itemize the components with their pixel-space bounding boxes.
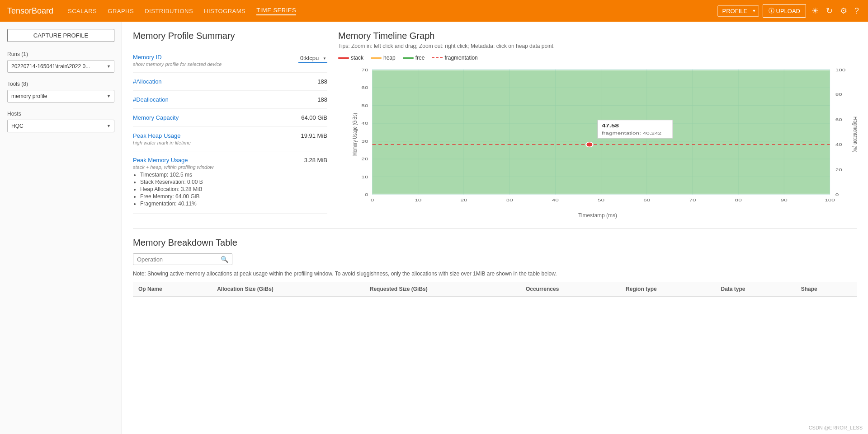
summary-card: Memory Profile Summary Memory ID show me… [133,31,327,214]
legend-heap: heap [371,55,396,61]
nav-graphs[interactable]: GRAPHS [108,8,134,14]
svg-text:50: 50 [361,103,368,108]
col-op-name[interactable]: Op Name [133,282,212,296]
timeline-title: Memory Timeline Graph [338,31,857,41]
col-region-type[interactable]: Region type [620,282,715,296]
hosts-label: Hosts [7,111,114,117]
peak-memory-row: Peak Memory Usage stack + heap, within p… [133,151,327,214]
hosts-select-wrap: HQC [7,120,114,132]
legend-free-line [403,57,414,59]
deallocation-label-wrap: #Deallocation [133,96,284,103]
col-req-size[interactable]: Requested Size (GiBs) [364,282,520,296]
memory-id-value-wrap: 0:klcpu [291,54,327,63]
svg-point-49 [586,142,593,147]
legend-heap-label: heap [383,55,396,61]
peak-details: Timestamp: 102.5 ms Stack Reservation: 0… [133,172,284,207]
legend-stack-line [338,57,349,59]
capture-profile-button[interactable]: CAPTURE PROFILE [7,29,114,42]
svg-text:20: 20 [835,167,843,172]
svg-text:100: 100 [835,67,846,72]
breakdown-title: Memory Breakdown Table [133,238,857,248]
peak-detail-1: Stack Reservation: 0.00 B [140,179,284,185]
navbar-right: PROFILE ⓘ UPLOAD ☀ ↻ ⚙ ? [717,4,861,18]
svg-text:fragmentation: 40.242: fragmentation: 40.242 [602,131,661,135]
sidebar: CAPTURE PROFILE Runs (1) 20220714-165041… [0,22,122,434]
peak-details-list: Timestamp: 102.5 ms Stack Reservation: 0… [133,172,284,207]
legend-fragmentation: fragmentation [432,55,477,61]
profile-dropdown-wrap: PROFILE [717,5,759,17]
summary-title: Memory Profile Summary [133,31,327,41]
search-input[interactable] [137,256,221,263]
deallocation-label: #Deallocation [133,96,284,103]
table-header-row: Op Name Allocation Size (GiBs) Requested… [133,282,857,296]
nav-histograms[interactable]: HISTOGRAMS [204,8,245,14]
tools-label: Tools (8) [7,81,114,87]
peak-heap-row: Peak Heap Usage high water mark in lifet… [133,127,327,151]
table-head: Op Name Allocation Size (GiBs) Requested… [133,282,857,296]
allocation-label-wrap: #Allocation [133,78,284,85]
peak-detail-4: Fragmentation: 40.11% [140,201,284,207]
svg-text:20: 20 [361,156,368,161]
peak-memory-value: 3.28 MiB [291,157,327,163]
tools-select-wrap: memory profile [7,90,114,103]
svg-text:30: 30 [506,197,514,202]
layout: CAPTURE PROFILE Runs (1) 20220714-165041… [0,22,868,434]
nav-distributions[interactable]: DISTRIBUTIONS [145,8,193,14]
svg-text:47.58: 47.58 [602,123,619,128]
peak-memory-label-wrap: Peak Memory Usage stack + heap, within p… [133,157,284,208]
svg-text:0: 0 [835,192,839,197]
runs-label: Runs (1) [7,51,114,57]
svg-text:40: 40 [361,121,368,126]
deallocation-row: #Deallocation 188 [133,91,327,109]
chart-wrapper[interactable]: 0 10 20 30 40 50 60 70 Memory Usage (GiB… [338,65,857,209]
search-icon: 🔍 [221,256,228,263]
svg-text:70: 70 [689,197,696,202]
upload-button[interactable]: ⓘ UPLOAD [763,4,806,18]
peak-memory-sub: stack + heap, within profiling window [133,164,284,170]
allocation-label: #Allocation [133,78,284,85]
svg-text:Memory Usage (GiBs): Memory Usage (GiBs) [351,113,358,156]
memory-id-select[interactable]: 0:klcpu [298,54,327,63]
upload-icon: ⓘ [769,7,774,15]
legend: stack heap free fragmentation [338,55,857,61]
svg-text:100: 100 [825,197,835,202]
memory-capacity-label: Memory Capacity [133,114,284,121]
deallocation-value: 188 [291,96,327,103]
memory-id-select-wrap: 0:klcpu [298,54,327,63]
main-content: Memory Profile Summary Memory ID show me… [122,22,868,434]
help-icon[interactable]: ? [853,5,861,18]
col-data-type[interactable]: Data type [716,282,796,296]
runs-select[interactable]: 20220714-165041\train\2022 0... [7,60,114,73]
nav-timeseries[interactable]: TIME SERIES [256,7,296,15]
svg-text:50: 50 [598,197,605,202]
allocation-row: #Allocation 188 [133,73,327,91]
memory-capacity-label-wrap: Memory Capacity [133,114,284,121]
svg-text:40: 40 [835,142,843,147]
svg-text:60: 60 [643,197,651,202]
navbar: TensorBoard SCALARS GRAPHS DISTRIBUTIONS… [0,0,868,22]
memory-id-label: Memory ID [133,54,284,61]
memory-id-label-wrap: Memory ID show memory profile for select… [133,54,284,67]
refresh-icon[interactable]: ↻ [824,4,835,18]
svg-text:10: 10 [415,197,422,202]
breakdown-table: Op Name Allocation Size (GiBs) Requested… [133,282,857,297]
legend-stack: stack [338,55,363,61]
peak-heap-label-wrap: Peak Heap Usage high water mark in lifet… [133,132,284,145]
breakdown-note: Note: Showing active memory allocations … [133,271,857,277]
col-alloc-size[interactable]: Allocation Size (GiBs) [212,282,364,296]
chart-xlabel: Timestamp (ms) [338,212,857,219]
svg-text:0: 0 [371,197,374,202]
runs-select-wrap: 20220714-165041\train\2022 0... [7,60,114,73]
settings-icon[interactable]: ⚙ [838,4,849,18]
tools-select[interactable]: memory profile [7,90,114,103]
memory-capacity-row: Memory Capacity 64.00 GiB [133,109,327,127]
peak-memory-label: Peak Memory Usage [133,157,284,163]
peak-detail-0: Timestamp: 102.5 ms [140,172,284,178]
profile-select[interactable]: PROFILE [717,5,759,17]
hosts-select[interactable]: HQC [7,120,114,132]
theme-icon[interactable]: ☀ [810,4,821,18]
col-shape[interactable]: Shape [796,282,857,296]
nav-scalars[interactable]: SCALARS [68,8,97,14]
legend-frag-line [432,57,443,58]
col-occurrences[interactable]: Occurrences [520,282,620,296]
